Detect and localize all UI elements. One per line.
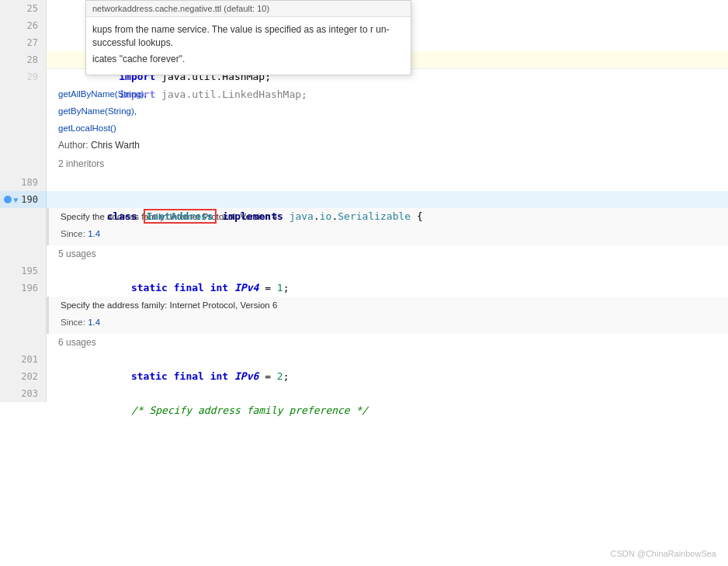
code-195: static final int IPv4 = 1; — [47, 262, 728, 280]
tooltip-header: networkaddress.cache.negative.ttl (defau… — [86, 1, 411, 17]
space3 — [283, 210, 289, 222]
tooltip-header-text: networkaddress.cache.negative.ttl (defau… — [92, 4, 269, 13]
space1 — [137, 210, 144, 222]
ln-189: 189 — [0, 174, 46, 191]
usages-count-2: 6 usages — [47, 334, 96, 351]
linenum-195: 195 — [0, 262, 47, 280]
line-29: 29 — [0, 68, 46, 85]
comment-203: /* Specify address family preference */ — [107, 405, 369, 416]
space2 — [217, 210, 223, 222]
kw-implements: implements — [223, 210, 283, 222]
code-190: class InetAddress implements java.io.Ser… — [47, 191, 728, 208]
ln-201: 201 — [0, 351, 46, 368]
method-label-3: getLocalHost() — [58, 123, 116, 133]
ln-196: 196 — [0, 280, 46, 297]
keyword-import2: import — [119, 89, 155, 100]
code-text-import2: java.util.LinkedHashMap; — [155, 89, 307, 100]
inline-doc-row-2: Specify the address family: Internet Pro… — [0, 297, 728, 334]
tooltip-popup: networkaddress.cache.negative.ttl (defau… — [85, 0, 411, 75]
row-190: ▼ 190 class InetAddress implements java.… — [0, 191, 728, 208]
since-val-2: 1.4 — [88, 318, 100, 327]
inheritors-count: 2 inheritors — [58, 158, 104, 169]
doc2-text: Specify the address family: Internet Pro… — [61, 297, 728, 314]
interface-io: io — [320, 210, 332, 222]
code-189: public — [47, 174, 728, 191]
watermark-text: CSDN @ChinaRainbowSea — [610, 549, 716, 558]
linenum-203: 203 — [0, 385, 47, 402]
editor-container: networkaddress.cache.negative.ttl (defau… — [0, 0, 728, 566]
linenum-201: 201 — [0, 351, 47, 368]
usages-count-1: 5 usages — [47, 245, 96, 262]
linenum-usages1 — [0, 245, 47, 262]
ln-190: 190 — [21, 194, 38, 205]
doc2-since: Since: 1.4 — [61, 314, 728, 331]
tooltip-body: kups from the name service. The value is… — [86, 17, 411, 75]
linenum-189: 189 — [0, 174, 47, 191]
row-202: 202 — [0, 368, 728, 385]
ln-195: 195 — [0, 262, 46, 280]
code-201: static final int IPv6 = 2; — [47, 351, 728, 368]
since-label-2: Since: — [61, 318, 88, 327]
line-28: 28 — [0, 51, 46, 68]
method-3: getLocalHost() — [58, 120, 728, 137]
linenum-190: ▼ 190 — [0, 191, 47, 208]
line-25: 25 — [0, 0, 46, 17]
ln-202: 202 — [0, 368, 46, 385]
line-num-inheritors — [0, 154, 47, 174]
ln-203: 203 — [0, 385, 46, 402]
row-203: 203 /* Specify address family preference… — [0, 385, 728, 402]
tooltip-text-2: icates "cache forever". — [92, 53, 404, 66]
tooltip-body-line1: kups from the name service. The value is… — [92, 24, 390, 48]
usages-label-1: 5 usages — [58, 248, 96, 259]
interface-ref: java — [289, 210, 314, 222]
linenum-202: 202 — [0, 368, 47, 385]
author-label: Author: — [58, 140, 91, 151]
code-203: /* Specify address family preference */ — [47, 385, 728, 402]
line-27: 27 — [0, 34, 46, 51]
interface-serial: Serializable — [338, 210, 411, 222]
usages-row-2: 6 usages — [0, 334, 728, 351]
kw-class: class — [107, 210, 137, 222]
breakpoint-dot — [4, 196, 12, 203]
linenum-196: 196 — [0, 280, 47, 297]
linenum-doc2 — [0, 297, 47, 334]
author-name: Chris Warth — [91, 140, 140, 151]
dot1: . — [314, 210, 320, 222]
tooltip-body-line2: icates "cache forever". — [92, 54, 185, 64]
code-202 — [47, 368, 728, 385]
linenum-doc1 — [0, 208, 47, 245]
classname-inetaddress: InetAddress — [144, 209, 217, 224]
brace-open: { — [411, 210, 423, 222]
line-numbers-methods — [0, 85, 47, 154]
method-2: getByName(String), — [58, 102, 728, 120]
watermark: CSDN @ChinaRainbowSea — [610, 549, 716, 558]
code-196 — [47, 280, 728, 297]
row-201: 201 static final int IPv6 = 2; — [0, 351, 728, 368]
inheritors-row: 2 inheritors — [0, 154, 728, 174]
inline-doc-2: Specify the address family: Internet Pro… — [47, 297, 728, 334]
doc1-since: Since: 1.4 — [61, 225, 728, 242]
author-line: Author: Chris Warth — [58, 137, 728, 154]
usages-label-2: 6 usages — [58, 337, 96, 348]
tooltip-text-1: kups from the name service. The value is… — [92, 23, 404, 50]
arrow-icon: ▼ — [13, 196, 18, 204]
usages-row-1: 5 usages — [0, 245, 728, 262]
row-196: 196 — [0, 280, 728, 297]
row-195: 195 static final int IPv4 = 1; — [0, 262, 728, 280]
line-26: 26 — [0, 17, 46, 34]
linenum-usages2 — [0, 334, 47, 351]
line-numbers-top: 25 26 27 28 29 — [0, 0, 47, 85]
inheritors-label: 2 inheritors — [47, 154, 104, 174]
row-189: 189 public — [0, 174, 728, 191]
